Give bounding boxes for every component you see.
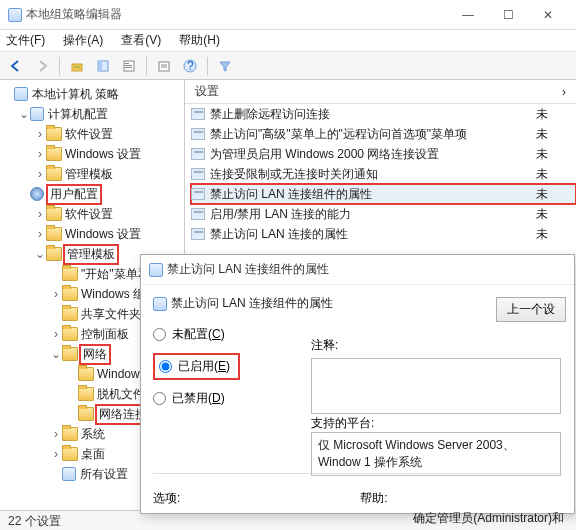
expander-icon[interactable]: › [50,447,62,461]
list-item-state: 未 [536,226,576,243]
status-text: 22 个设置 [8,514,61,528]
tree-root[interactable]: 本地计算机 策略 [2,84,184,104]
policy-item-icon [191,108,205,120]
svg-rect-5 [125,65,132,66]
properties-button[interactable] [117,55,141,77]
menu-help[interactable]: 帮助(H) [179,32,220,49]
menu-action[interactable]: 操作(A) [63,32,103,49]
list-item-state: 未 [536,206,576,223]
folder-icon [62,287,78,301]
list-item-text: 连接受限制或无连接时关闭通知 [210,166,536,183]
expander-icon[interactable]: › [50,427,62,441]
folder-icon [62,347,78,361]
folder-icon [78,407,94,421]
list-row[interactable]: 启用/禁用 LAN 连接的能力未 [191,204,576,224]
title-bar: 本地组策略编辑器 — ☐ ✕ [0,0,576,30]
platform-box: 仅 Microsoft Windows Server 2003、Window 1… [311,432,561,476]
list-item-state: 未 [536,106,576,123]
list-item-text: 启用/禁用 LAN 连接的能力 [210,206,536,223]
maximize-button[interactable]: ☐ [488,8,528,22]
divider [153,473,562,474]
folder-icon [62,307,78,321]
policy-item-icon [191,128,205,140]
svg-rect-2 [98,61,102,71]
settings-icon [62,467,76,481]
expander-icon[interactable]: › [34,147,46,161]
tree-windows-settings[interactable]: ›Windows 设置 [34,144,184,164]
dialog-titlebar: 禁止访问 LAN 连接组件的属性 [141,255,574,285]
tree-u-software[interactable]: ›软件设置 [34,204,184,224]
minimize-button[interactable]: — [448,8,488,22]
tree-u-windows[interactable]: ›Windows 设置 [34,224,184,244]
expander-icon[interactable]: › [50,327,62,341]
menu-file[interactable]: 文件(F) [6,32,45,49]
policy-dialog: 禁止访问 LAN 连接组件的属性 禁止访问 LAN 连接组件的属性 上一个设 未… [140,254,575,514]
expander-icon[interactable]: › [34,127,46,141]
list-item-text: 禁止删除远程访问连接 [210,106,536,123]
folder-icon [46,227,62,241]
comment-textarea[interactable] [311,358,561,414]
toolbar: ? [0,52,576,80]
menu-bar: 文件(F) 操作(A) 查看(V) 帮助(H) [0,30,576,52]
folder-icon [78,387,94,401]
list-header[interactable]: 设置 › [185,80,576,104]
column-state-indicator: › [562,85,566,99]
policy-item-icon [191,148,205,160]
computer-icon [30,107,44,121]
help-button[interactable]: ? [178,55,202,77]
list-row[interactable]: 禁止访问"高级"菜单上的"远程访问首选项"菜单项未 [191,124,576,144]
list-item-text: 禁止访问 LAN 连接的属性 [210,226,536,243]
menu-view[interactable]: 查看(V) [121,32,161,49]
options-label: 选项: [153,490,180,507]
list-row[interactable]: 禁止删除远程访问连接未 [191,104,576,124]
app-icon [8,8,22,22]
folder-icon [46,167,62,181]
list-item-text: 禁止访问"高级"菜单上的"远程访问首选项"菜单项 [210,126,536,143]
tree-computer-config[interactable]: ⌄计算机配置 [18,104,184,124]
svg-text:?: ? [187,59,194,73]
list-item-state: 未 [536,186,576,203]
separator [59,57,60,75]
list-row[interactable]: 为管理员启用 Windows 2000 网络连接设置未 [191,144,576,164]
show-hide-button[interactable] [91,55,115,77]
tree-admin-templates[interactable]: ›管理模板 [34,164,184,184]
list-row[interactable]: 连接受限制或无连接时关闭通知未 [191,164,576,184]
previous-setting-button[interactable]: 上一个设 [496,297,566,322]
list-item-state: 未 [536,126,576,143]
tree-user-config[interactable]: 用户配置 [18,184,184,204]
expander-icon[interactable]: › [50,287,62,301]
window-title: 本地组策略编辑器 [26,6,448,23]
dialog-title: 禁止访问 LAN 连接组件的属性 [167,261,566,278]
policy-item-icon [191,188,205,200]
expander-icon[interactable]: › [34,227,46,241]
close-button[interactable]: ✕ [528,8,568,22]
folder-icon [46,147,62,161]
expander-icon[interactable]: ⌄ [34,247,46,261]
policy-icon [14,87,28,101]
forward-button[interactable] [30,55,54,77]
export-button[interactable] [152,55,176,77]
platform-label: 支持的平台: [311,416,374,430]
folder-icon [62,327,78,341]
back-button[interactable] [4,55,28,77]
list-row[interactable]: 禁止访问 LAN 连接组件的属性未 [191,184,576,204]
up-button[interactable] [65,55,89,77]
filter-button[interactable] [213,55,237,77]
help-label: 帮助: [360,490,387,507]
policy-icon [153,297,167,311]
list-item-state: 未 [536,146,576,163]
list-row[interactable]: 禁止访问 LAN 连接的属性未 [191,224,576,244]
dialog-icon [149,263,163,277]
help-description: 确定管理员(Administrator)和 [413,510,564,527]
svg-rect-4 [125,63,129,64]
tree-software-settings[interactable]: ›软件设置 [34,124,184,144]
comment-label: 注释: [311,338,338,352]
column-setting: 设置 [195,83,219,100]
radio-enabled[interactable]: 已启用(E) [159,358,230,375]
expander-icon[interactable]: ⌄ [50,347,62,361]
folder-icon [46,127,62,141]
expander-icon[interactable]: ⌄ [18,107,30,121]
expander-icon[interactable]: › [34,207,46,221]
expander-icon[interactable]: › [34,167,46,181]
folder-icon [46,207,62,221]
